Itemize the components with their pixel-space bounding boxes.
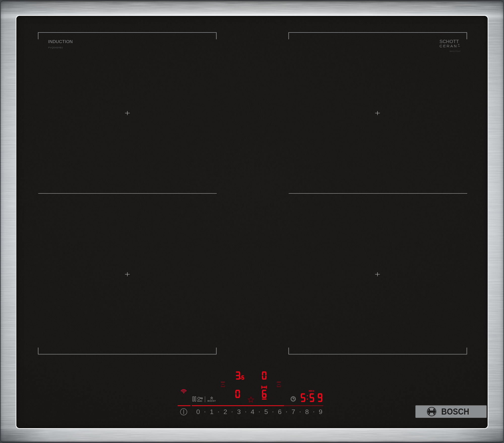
svg-text:CERAN: CERAN — [439, 44, 457, 48]
svg-text:BOOST: BOOST — [207, 400, 216, 402]
svg-text:®: ® — [458, 44, 460, 46]
svg-text:4sec: 4sec — [197, 399, 202, 402]
svg-text:PVQ645HB1: PVQ645HB1 — [48, 46, 63, 49]
svg-text:4: 4 — [251, 408, 255, 416]
svg-text:min:s: min:s — [309, 390, 314, 392]
svg-text:BOSCH: BOSCH — [441, 407, 469, 416]
svg-text:2: 2 — [224, 408, 227, 416]
svg-text:3: 3 — [237, 408, 241, 416]
svg-text:SCHOTT: SCHOTT — [439, 39, 459, 44]
svg-text:6: 6 — [278, 408, 282, 416]
svg-text:7: 7 — [292, 408, 295, 416]
svg-text:INDUCTION: INDUCTION — [48, 39, 73, 44]
svg-text:8: 8 — [305, 408, 309, 416]
svg-text:9: 9 — [319, 408, 323, 416]
svg-text:8001279147: 8001279147 — [450, 50, 461, 52]
svg-text:1: 1 — [210, 408, 214, 416]
svg-text:0: 0 — [196, 408, 200, 416]
svg-text:5: 5 — [264, 408, 268, 416]
